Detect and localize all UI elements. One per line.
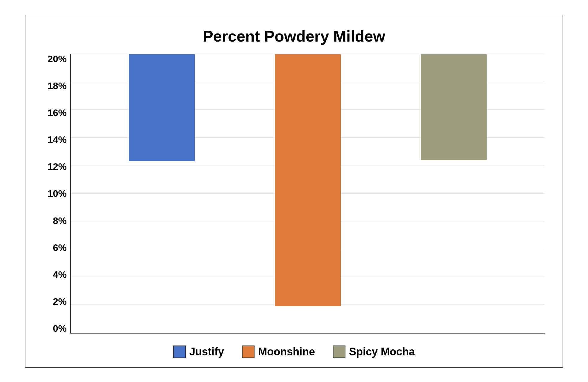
chart-container: Percent Powdery Mildew 20%18%16%14%12%10… <box>25 15 563 368</box>
bar-moonshine <box>275 54 341 306</box>
y-axis: 20%18%16%14%12%10%8%6%4%2%0% <box>43 54 70 334</box>
y-axis-label: 2% <box>53 297 67 306</box>
y-axis-label: 16% <box>48 108 67 118</box>
legend-item-justify: Justify <box>173 346 224 358</box>
y-axis-label: 8% <box>53 216 67 226</box>
chart-area: 20%18%16%14%12%10%8%6%4%2%0% <box>43 54 545 334</box>
legend-label-spicy-mocha: Spicy Mocha <box>349 346 415 358</box>
y-axis-label: 20% <box>48 54 67 64</box>
legend-label-moonshine: Moonshine <box>258 346 315 358</box>
bar-justify <box>129 54 195 162</box>
legend-swatch-spicy-mocha <box>333 346 345 358</box>
y-axis-label: 14% <box>48 135 67 144</box>
bar-group-spicy-mocha <box>421 54 487 333</box>
legend-swatch-moonshine <box>242 346 255 358</box>
bar-spicy-mocha <box>421 54 487 160</box>
y-axis-label: 10% <box>48 189 67 198</box>
chart-title: Percent Powdery Mildew <box>203 27 385 45</box>
plot-area <box>70 54 545 334</box>
legend-swatch-justify <box>173 346 186 358</box>
y-axis-label: 0% <box>53 324 67 333</box>
bar-group-moonshine <box>275 54 341 333</box>
legend-item-spicy-mocha: Spicy Mocha <box>333 346 415 358</box>
legend-item-moonshine: Moonshine <box>242 346 315 358</box>
y-axis-label: 6% <box>53 243 67 252</box>
y-axis-label: 18% <box>48 81 67 91</box>
y-axis-label: 12% <box>48 162 67 171</box>
legend-label-justify: Justify <box>189 346 224 358</box>
y-axis-label: 4% <box>53 270 67 279</box>
bar-group-justify <box>129 54 195 333</box>
chart-legend: JustifyMoonshineSpicy Mocha <box>173 346 415 358</box>
